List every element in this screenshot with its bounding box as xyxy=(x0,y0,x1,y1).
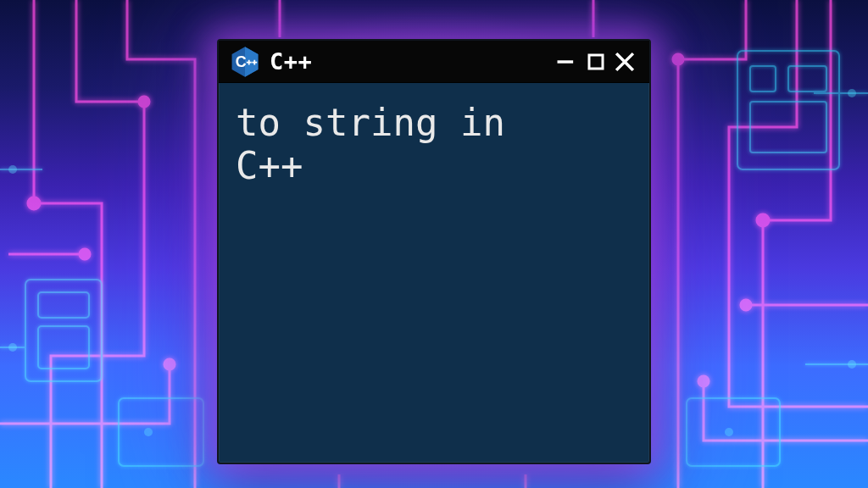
svg-point-1 xyxy=(139,97,149,107)
svg-point-20 xyxy=(848,360,856,369)
content-text: to string in C++ xyxy=(219,83,649,463)
window-title: C++ xyxy=(270,50,312,73)
svg-point-18 xyxy=(8,343,17,352)
minimize-icon xyxy=(556,51,578,73)
svg-rect-13 xyxy=(788,66,826,92)
svg-point-3 xyxy=(164,359,175,369)
maximize-icon xyxy=(586,52,606,72)
svg-rect-9 xyxy=(38,292,89,318)
svg-rect-8 xyxy=(25,280,102,381)
svg-point-22 xyxy=(725,428,733,436)
svg-point-7 xyxy=(698,376,709,386)
svg-point-2 xyxy=(80,249,90,259)
close-button[interactable] xyxy=(612,49,637,75)
cpp-hex-icon: C xyxy=(231,46,259,78)
maximize-button[interactable] xyxy=(583,49,609,75)
window: C C++ to string i xyxy=(217,39,651,464)
close-icon xyxy=(614,51,636,73)
stage: C C++ to string i xyxy=(0,0,868,488)
svg-point-6 xyxy=(741,300,751,310)
svg-point-21 xyxy=(144,428,153,436)
svg-point-4 xyxy=(757,214,769,226)
svg-rect-10 xyxy=(38,326,89,369)
svg-point-5 xyxy=(673,54,683,64)
svg-point-17 xyxy=(8,165,17,174)
svg-text:C: C xyxy=(236,53,247,69)
svg-rect-26 xyxy=(589,55,603,69)
svg-point-0 xyxy=(28,197,40,209)
window-titlebar[interactable]: C C++ xyxy=(219,41,649,83)
minimize-button[interactable] xyxy=(554,49,580,75)
svg-point-19 xyxy=(848,89,856,97)
svg-rect-15 xyxy=(119,398,203,466)
svg-rect-12 xyxy=(750,66,776,92)
